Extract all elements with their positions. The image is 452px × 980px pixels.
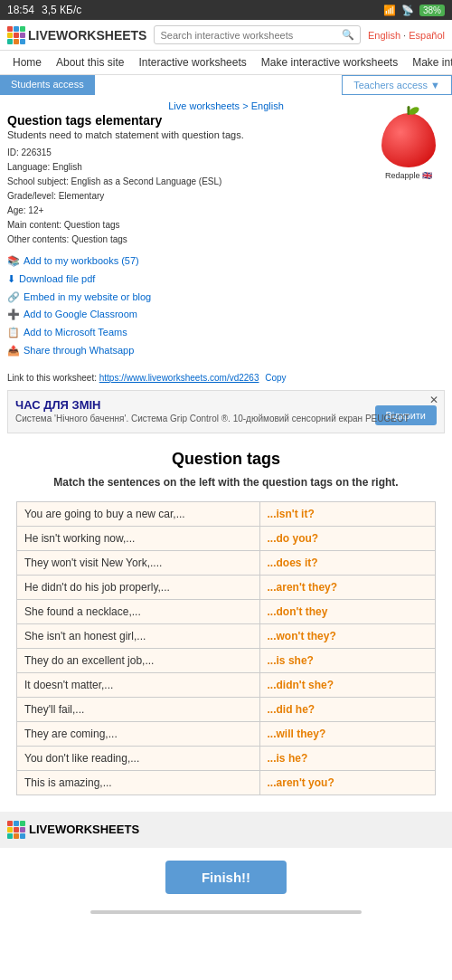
scrollbar[interactable]: [90, 910, 362, 914]
match-left-cell[interactable]: He didn't do his job properly,...: [17, 575, 260, 599]
lang-other[interactable]: Español: [409, 30, 445, 41]
meta-language: Language: English: [7, 160, 365, 175]
match-left-cell[interactable]: This is amazing,...: [17, 770, 260, 794]
copy-link-button[interactable]: Copy: [265, 373, 286, 383]
nav-workbooks[interactable]: Make interactive workbooks: [405, 51, 452, 74]
meta-main-content: Main content: Question tags: [7, 218, 365, 233]
signal-icon: 📶: [383, 5, 396, 16]
match-right-cell[interactable]: ...will they?: [259, 721, 435, 746]
teams-icon: 📋: [7, 324, 20, 342]
nav-about[interactable]: About this site: [49, 51, 131, 74]
table-row: They do an excellent job,... ...is she?: [17, 648, 436, 672]
table-row: He didn't do his job properly,... ...are…: [17, 575, 436, 599]
match-right-cell[interactable]: ...is he?: [259, 746, 435, 770]
actions-list: 📚 Add to my workbooks (57) ⬇ Download fi…: [7, 252, 365, 360]
breadcrumb-english[interactable]: English: [251, 100, 284, 111]
logo-dots: [7, 26, 25, 44]
nav-bar: Home About this site Interactive workshe…: [0, 51, 452, 75]
match-left-cell[interactable]: She isn't an honest girl,...: [17, 623, 260, 648]
action-google-classroom[interactable]: ➕ Add to Google Classroom: [7, 306, 365, 324]
match-table: You are going to buy a new car,... ...is…: [16, 501, 436, 795]
ad-title: ЧАС ДЛЯ ЗМІН: [15, 398, 437, 412]
breadcrumb-live[interactable]: Live worksheets: [168, 100, 240, 111]
action-embed[interactable]: 🔗 Embed in my website or blog: [7, 289, 365, 307]
table-row: He isn't working now,... ...do you?: [17, 526, 436, 550]
ad-close-button[interactable]: ✕: [429, 394, 438, 406]
action-whatsapp[interactable]: 📤 Share through Whatsapp: [7, 342, 365, 360]
teachers-access-button[interactable]: Teachers access ▼: [342, 75, 452, 95]
search-box[interactable]: 🔍: [154, 25, 361, 44]
match-right-cell[interactable]: ...don't they: [259, 599, 435, 623]
language-selector[interactable]: English · Español: [368, 30, 445, 41]
finish-button[interactable]: Finish!!: [165, 861, 287, 894]
match-left-cell[interactable]: They do an excellent job,...: [17, 648, 260, 672]
match-right-cell[interactable]: ...did he?: [259, 697, 435, 721]
match-right-cell[interactable]: ...isn't it?: [259, 501, 435, 526]
table-row: It doesn't matter,... ...didn't she?: [17, 672, 436, 697]
meta-info: ID: 226315 Language: English School subj…: [7, 146, 365, 247]
time-display: 18:54: [7, 4, 34, 16]
table-row: She isn't an honest girl,... ...won't th…: [17, 623, 436, 648]
match-left-cell[interactable]: It doesn't matter,...: [17, 672, 260, 697]
status-bar: 18:54 3,5 КБ/с 📶 📡 38%: [0, 0, 452, 20]
footer-logo-dots: [7, 821, 25, 839]
search-input[interactable]: [160, 30, 338, 41]
match-right-cell[interactable]: ...does it?: [259, 550, 435, 575]
match-left-cell[interactable]: She found a necklace,...: [17, 599, 260, 623]
link-row: Link to this worksheet: https://www.live…: [0, 373, 452, 386]
match-left-cell[interactable]: He isn't working now,...: [17, 526, 260, 550]
link-prefix: Link to this worksheet:: [7, 373, 99, 383]
exercise-instruction: Match the sentences on the left with the…: [16, 476, 436, 489]
nav-interactive[interactable]: Interactive worksheets: [131, 51, 253, 74]
footer-logo-label: LIVEWORKSHEETS: [29, 823, 139, 836]
meta-grade: Grade/level: Elementary: [7, 189, 365, 204]
lang-current: English: [368, 30, 400, 41]
site-logo: LIVEWORKSHEETS: [7, 26, 146, 44]
match-right-cell[interactable]: ...didn't she?: [259, 672, 435, 697]
match-left-cell[interactable]: They won't visit New York,....: [17, 550, 260, 575]
whatsapp-icon: 📤: [7, 342, 20, 360]
footer-logo: LIVEWORKSHEETS: [7, 821, 445, 839]
meta-id: ID: 226315: [7, 146, 365, 160]
match-right-cell[interactable]: ...do you?: [259, 526, 435, 550]
google-icon: ➕: [7, 306, 20, 324]
worksheet-info: Question tags elementary Students need t…: [0, 113, 452, 367]
table-row: This is amazing,... ...aren't you?: [17, 770, 436, 794]
apple-section: Redapple 🇬🇧: [372, 113, 445, 360]
match-right-cell[interactable]: ...is she?: [259, 648, 435, 672]
worksheet-title: Question tags elementary: [7, 113, 365, 128]
action-download-pdf[interactable]: ⬇ Download file pdf: [7, 271, 365, 289]
page-footer: LIVEWORKSHEETS: [0, 812, 452, 848]
meta-other-contents: Other contents: Question tags: [7, 233, 365, 247]
nav-home[interactable]: Home: [5, 51, 49, 74]
embed-icon: 🔗: [7, 289, 20, 307]
finish-area: Finish!!: [0, 848, 452, 907]
match-left-cell[interactable]: You are going to buy a new car,...: [17, 501, 260, 526]
add-icon: 📚: [7, 252, 20, 271]
match-left-cell[interactable]: You don't like reading,...: [17, 746, 260, 770]
ad-subtitle: Система 'Нічного бачення'. Система Grip …: [15, 414, 437, 423]
meta-school-subject: School subject: English as a Second Lang…: [7, 175, 365, 189]
match-right-cell[interactable]: ...won't they?: [259, 623, 435, 648]
download-icon: ⬇: [7, 271, 15, 289]
exercise-area: Question tags Match the sentences on the…: [7, 441, 445, 804]
action-add-workbook[interactable]: 📚 Add to my workbooks (57): [7, 252, 365, 271]
match-left-cell[interactable]: They are coming,...: [17, 721, 260, 746]
match-left-cell[interactable]: They'll fail,...: [17, 697, 260, 721]
table-row: They won't visit New York,.... ...does i…: [17, 550, 436, 575]
match-right-cell[interactable]: ...aren't you?: [259, 770, 435, 794]
nav-make[interactable]: Make interactive worksheets: [254, 51, 405, 74]
students-access-button[interactable]: Students access: [0, 75, 95, 95]
apple-image: [381, 113, 436, 167]
battery-indicator: 38%: [419, 5, 445, 16]
table-row: They'll fail,... ...did he?: [17, 697, 436, 721]
site-header: LIVEWORKSHEETS 🔍 English · Español: [0, 20, 452, 51]
action-microsoft-teams[interactable]: 📋 Add to Microsoft Teams: [7, 324, 365, 342]
uk-flag-icon: 🇬🇧: [422, 171, 432, 180]
worksheet-url[interactable]: https://www.liveworksheets.com/vd2263: [99, 373, 259, 383]
ad-banner: ✕ ЧАС ДЛЯ ЗМІН Система 'Нічного бачення'…: [7, 390, 445, 433]
breadcrumb: Live worksheets > English: [0, 95, 452, 113]
worksheet-description: Students need to match statement with qu…: [7, 129, 365, 140]
table-row: You don't like reading,... ...is he?: [17, 746, 436, 770]
match-right-cell[interactable]: ...aren't they?: [259, 575, 435, 599]
